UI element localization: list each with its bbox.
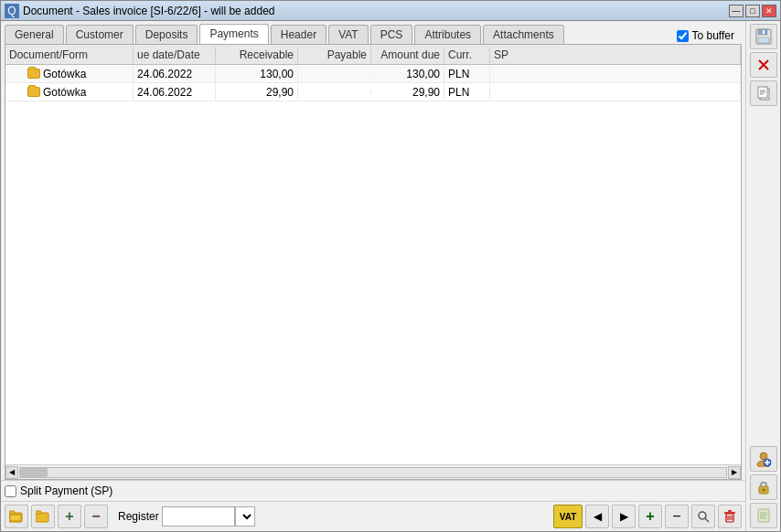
svg-point-30 xyxy=(762,489,765,492)
scrollbar-thumb xyxy=(20,468,48,477)
col-header-curr: Curr. xyxy=(444,47,490,63)
cell-payable-2 xyxy=(298,90,371,94)
scroll-left-button[interactable]: ◀ xyxy=(5,466,18,479)
split-payment-label: Split Payment (SP) xyxy=(20,484,112,497)
lock-icon xyxy=(757,480,770,495)
col-header-payable: Payable xyxy=(298,47,371,63)
nav-right-button[interactable]: ▶ xyxy=(612,505,636,528)
svg-rect-31 xyxy=(758,509,769,522)
table-row[interactable]: Gotówka 24.06.2022 29,90 29,90 PLN xyxy=(5,83,741,101)
delete-button[interactable] xyxy=(750,52,777,78)
register-label: Register xyxy=(118,510,159,523)
register-input-group xyxy=(162,506,255,527)
cell-payable-1 xyxy=(298,72,371,76)
app-icon: Q xyxy=(5,4,19,18)
folder-icon-1 xyxy=(27,69,40,79)
col-header-sp: SP xyxy=(490,47,741,63)
tab-deposits[interactable]: Deposits xyxy=(135,25,198,44)
svg-line-6 xyxy=(705,518,709,522)
close-button[interactable]: ✕ xyxy=(762,5,776,17)
svg-rect-16 xyxy=(763,30,765,34)
search-icon xyxy=(697,510,710,523)
maximize-button[interactable]: □ xyxy=(745,5,760,17)
table-row[interactable]: Gotówka 24.06.2022 130,00 130,00 PLN xyxy=(5,65,741,83)
copy-icon xyxy=(757,86,770,101)
cell-doc-1: Gotówka xyxy=(5,66,134,82)
scroll-right-button[interactable]: ▶ xyxy=(728,466,741,479)
folder-new-icon xyxy=(36,510,50,523)
payments-table-area: Document/Form ue date/Date Receivable Pa… xyxy=(5,44,742,480)
right-toolbar xyxy=(745,21,780,531)
split-payment-bar: Split Payment (SP) xyxy=(1,480,745,501)
person-button[interactable] xyxy=(750,446,777,472)
nav-left-button[interactable]: ◀ xyxy=(585,505,609,528)
minus-button[interactable]: − xyxy=(665,505,689,528)
to-buffer-checkbox[interactable] xyxy=(677,30,689,42)
cell-doc-2: Gotówka xyxy=(5,84,134,101)
register-text-input[interactable] xyxy=(162,506,235,527)
cell-amountdue-2: 29,90 xyxy=(371,84,444,101)
delete-bottom-button[interactable] xyxy=(718,505,742,528)
vat-button[interactable]: VAT xyxy=(553,505,583,528)
svg-rect-15 xyxy=(758,37,769,43)
cell-date-2: 24.06.2022 xyxy=(134,84,216,101)
save-icon xyxy=(755,28,772,45)
folder-new-button[interactable] xyxy=(31,505,55,528)
minimize-button[interactable]: — xyxy=(729,5,744,17)
tabs-bar: General Customer Deposits Payments Heade… xyxy=(5,24,564,44)
cell-curr-1: PLN xyxy=(444,66,490,82)
to-buffer-area: To buffer xyxy=(669,27,742,44)
trash-icon xyxy=(723,510,736,523)
tab-attributes[interactable]: Attributes xyxy=(414,25,481,44)
col-header-receivable: Receivable xyxy=(216,47,298,63)
split-payment-checkbox[interactable] xyxy=(5,485,16,497)
titlebar-buttons: — □ ✕ xyxy=(729,5,776,17)
bottom-toolbar: + − Register VAT ◀ ▶ + − xyxy=(1,501,745,531)
folder-open-icon xyxy=(9,510,24,523)
svg-point-5 xyxy=(699,512,706,519)
tab-header[interactable]: Header xyxy=(271,25,326,44)
copy-button[interactable] xyxy=(750,80,777,106)
to-buffer-label: To buffer xyxy=(692,29,734,42)
cell-sp-2 xyxy=(490,90,741,94)
save-button[interactable] xyxy=(750,24,777,49)
svg-rect-2 xyxy=(10,515,21,521)
svg-rect-4 xyxy=(36,511,41,514)
person-icon xyxy=(755,451,772,467)
add-green-button[interactable]: + xyxy=(638,505,662,528)
cell-date-1: 24.06.2022 xyxy=(134,66,216,82)
search-button[interactable] xyxy=(691,505,715,528)
info-button[interactable] xyxy=(750,503,777,528)
cell-receivable-1: 130,00 xyxy=(216,66,298,82)
lock-button[interactable] xyxy=(750,474,777,500)
svg-rect-1 xyxy=(9,511,15,514)
col-header-date: ue date/Date xyxy=(134,47,216,63)
tab-pcs[interactable]: PCS xyxy=(370,25,413,44)
horizontal-scrollbar[interactable] xyxy=(19,467,727,478)
table-header: Document/Form ue date/Date Receivable Pa… xyxy=(5,45,741,65)
folder-icon-2 xyxy=(27,87,40,97)
tab-payments[interactable]: Payments xyxy=(199,24,268,44)
table-body: Gotówka 24.06.2022 130,00 130,00 PLN xyxy=(5,65,741,464)
tab-general[interactable]: General xyxy=(5,25,64,44)
folder-open-button[interactable] xyxy=(5,505,28,528)
remove-button[interactable]: − xyxy=(84,505,108,528)
tab-customer[interactable]: Customer xyxy=(66,25,134,44)
cell-curr-2: PLN xyxy=(444,84,490,101)
col-header-doc: Document/Form xyxy=(5,47,134,63)
tab-vat[interactable]: VAT xyxy=(328,25,369,44)
tab-attachments[interactable]: Attachments xyxy=(483,25,564,44)
titlebar: Q Document - Sales invoice [SI-6/22/6] -… xyxy=(1,1,780,21)
delete-icon xyxy=(757,59,770,71)
register-select[interactable] xyxy=(235,506,255,527)
col-header-amountdue: Amount due xyxy=(371,47,444,63)
cell-amountdue-1: 130,00 xyxy=(371,66,444,82)
cell-sp-1 xyxy=(490,72,741,76)
window-title: Document - Sales invoice [SI-6/22/6] - w… xyxy=(23,5,274,17)
cell-receivable-2: 29,90 xyxy=(216,84,298,101)
add-button[interactable]: + xyxy=(58,505,81,528)
info-icon xyxy=(757,508,770,523)
scrollbar-area: ◀ ▶ xyxy=(5,464,741,479)
